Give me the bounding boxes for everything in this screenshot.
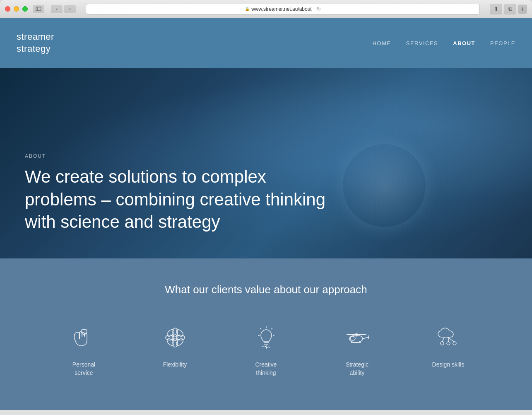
value-strategic-ability: Strategicability xyxy=(312,321,403,377)
site-logo[interactable]: streamer strategy xyxy=(17,31,54,55)
svg-line-16 xyxy=(260,328,261,329)
svg-point-31 xyxy=(441,342,444,345)
value-strategic-ability-label: Strategicability xyxy=(346,361,368,377)
new-tab-button[interactable]: ⧉ xyxy=(504,4,516,14)
lock-icon: 🔒 xyxy=(245,7,250,11)
refresh-button[interactable]: ↻ xyxy=(317,6,321,12)
svg-point-6 xyxy=(166,328,175,338)
svg-rect-0 xyxy=(36,7,41,11)
hero-section: ABOUT We create solutions to complex pro… xyxy=(0,68,532,258)
svg-line-15 xyxy=(271,328,272,329)
browser-window: ‹ › 🔒 www.streamer.net.au/about ↻ ⬆ ⧉ + … xyxy=(0,0,532,415)
sidebar-toggle-button[interactable] xyxy=(33,5,44,13)
hero-title: We create solutions to complex problems … xyxy=(25,166,339,234)
add-button[interactable]: + xyxy=(518,5,527,14)
nav-services[interactable]: SERVICES xyxy=(406,40,438,46)
nav-about[interactable]: ABOUT xyxy=(453,40,475,46)
nav-people[interactable]: PEOPLE xyxy=(490,40,515,46)
lightbulb-icon xyxy=(250,321,283,354)
svg-point-33 xyxy=(453,342,456,345)
minimize-button[interactable] xyxy=(14,6,19,12)
browser-nav-buttons: ‹ › xyxy=(51,5,76,13)
value-flexibility: Flexibility xyxy=(130,321,221,377)
value-personal-service: Personalservice xyxy=(39,321,130,377)
site-header: streamer strategy HOME SERVICES ABOUT PE… xyxy=(0,18,532,68)
maximize-button[interactable] xyxy=(22,6,28,12)
helicopter-icon xyxy=(341,321,374,354)
value-personal-service-label: Personalservice xyxy=(72,361,95,377)
main-nav: HOME SERVICES ABOUT PEOPLE xyxy=(373,40,515,46)
toolbar-right: ⬆ ⧉ + xyxy=(490,4,527,14)
svg-point-9 xyxy=(175,338,184,347)
hero-content: ABOUT We create solutions to complex pro… xyxy=(25,153,339,234)
forward-button[interactable]: › xyxy=(64,5,76,13)
close-button[interactable] xyxy=(5,6,10,12)
svg-point-32 xyxy=(447,342,450,345)
value-design-skills-label: Design skills xyxy=(432,361,465,369)
back-button[interactable]: ‹ xyxy=(51,5,63,13)
value-creative-thinking: Creativethinking xyxy=(221,321,312,377)
share-button[interactable]: ⬆ xyxy=(490,4,502,14)
values-heading: What our clients value about our approac… xyxy=(17,283,515,296)
url-text: www.streamer.net.au/about xyxy=(251,6,311,12)
svg-line-23 xyxy=(356,335,356,337)
svg-point-7 xyxy=(175,328,184,338)
hero-label: ABOUT xyxy=(25,153,339,159)
flower-icon xyxy=(159,321,192,354)
cloud-network-icon xyxy=(432,321,465,354)
nav-home[interactable]: HOME xyxy=(373,40,391,46)
address-bar[interactable]: 🔒 www.streamer.net.au/about ↻ xyxy=(86,4,480,14)
website-content: streamer strategy HOME SERVICES ABOUT PE… xyxy=(0,18,532,410)
svg-point-8 xyxy=(166,338,175,347)
browser-titlebar: ‹ › 🔒 www.streamer.net.au/about ↻ ⬆ ⧉ + xyxy=(0,0,532,18)
svg-point-27 xyxy=(350,336,355,340)
value-flexibility-label: Flexibility xyxy=(163,361,187,369)
value-design-skills: Design skills xyxy=(403,321,494,377)
values-section: What our clients value about our approac… xyxy=(0,258,532,410)
value-creative-thinking-label: Creativethinking xyxy=(255,361,277,377)
svg-line-28 xyxy=(442,337,444,342)
svg-point-10 xyxy=(172,335,178,340)
hand-heart-icon xyxy=(67,321,101,354)
values-grid: Personalservice xyxy=(39,321,494,377)
